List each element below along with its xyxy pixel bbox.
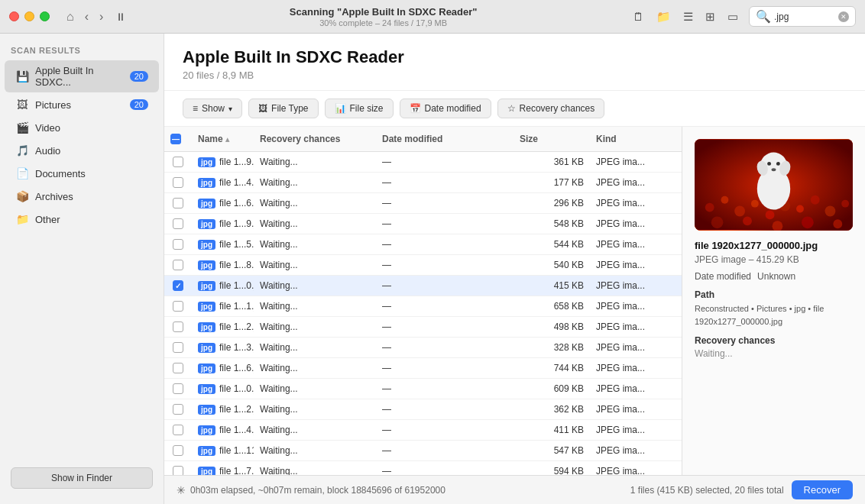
maximize-button[interactable] — [40, 11, 50, 21]
table-row[interactable]: jpg file 1...1.jpg Waiting... — 658 KB J… — [164, 296, 682, 317]
table-row[interactable]: jpg file 1...9.jpg Waiting... — 548 KB J… — [164, 214, 682, 234]
table-row[interactable]: jpg file 1...6.jpg Waiting... — 296 KB J… — [164, 193, 682, 214]
sidebar-item-documents[interactable]: 📄 Documents — [5, 163, 159, 184]
th-name[interactable]: Name ▴ — [192, 131, 254, 147]
table-row[interactable]: jpg file 1...8.jpg Waiting... — 540 KB J… — [164, 255, 682, 276]
th-date[interactable]: Date modified — [376, 131, 513, 147]
date-modified-filter-button[interactable]: 📅 Date modified — [400, 99, 491, 118]
check-icon: ✓ — [175, 282, 181, 290]
panel-btn[interactable]: ▭ — [723, 7, 743, 27]
svg-point-1 — [705, 203, 714, 212]
recovery-chances-filter-button[interactable]: ☆ Recovery chances — [497, 99, 605, 118]
search-clear-button[interactable]: ✕ — [838, 11, 849, 22]
row-checkbox[interactable] — [173, 321, 183, 332]
row-checkbox[interactable] — [173, 404, 183, 415]
row-size: 744 KB — [513, 358, 590, 378]
split-pane: — Name ▴ Recovery chances Date modified — [164, 127, 865, 475]
row-checkbox[interactable] — [173, 383, 183, 394]
table-row[interactable]: jpg file 1...4.jpg Waiting... — 411 KB J… — [164, 420, 682, 441]
sidebar-item-label: Archives — [35, 191, 148, 202]
row-filename: file 1...2.jpg — [219, 404, 254, 415]
select-all-checkbox[interactable]: — — [170, 134, 181, 144]
sidebar-item-apple-sdxc[interactable]: 💾 Apple Built In SDXC... 20 — [5, 60, 159, 92]
row-checkbox[interactable] — [173, 218, 183, 229]
row-checkbox[interactable] — [173, 466, 183, 475]
row-checkbox[interactable] — [173, 425, 183, 435]
svg-point-21 — [776, 162, 780, 166]
row-checkbox[interactable] — [173, 157, 183, 167]
list-view-btn[interactable]: ☰ — [679, 7, 698, 27]
th-recovery-label: Recovery chances — [260, 134, 340, 144]
row-checkbox[interactable] — [173, 198, 183, 208]
file-icon-btn[interactable]: 🗒 — [628, 7, 649, 26]
row-checkbox[interactable] — [173, 301, 183, 312]
row-filename: file 1...11.jpg — [219, 445, 254, 456]
grid-view-btn[interactable]: ⊞ — [701, 7, 720, 27]
show-filter-button[interactable]: ≡ Show ▾ — [183, 99, 242, 118]
folder-icon-btn[interactable]: 📁 — [652, 7, 675, 27]
status-elapsed: 0h03m elapsed, ~0h07m remain, block 1884… — [190, 485, 445, 496]
content-subtitle: 20 files / 8,9 MB — [183, 69, 847, 81]
svg-point-15 — [833, 219, 842, 228]
scan-subtitle: 30% complete – 24 files / 17,9 MB — [138, 18, 628, 27]
sidebar-item-video[interactable]: 🎬 Video — [5, 117, 159, 138]
th-name-label: Name — [198, 134, 223, 144]
row-checkbox-cell — [164, 234, 192, 254]
row-date: — — [376, 317, 513, 337]
row-recovery: Waiting... — [254, 441, 376, 460]
th-size[interactable]: Size — [513, 131, 590, 147]
row-kind: JPEG ima... — [590, 152, 682, 172]
table-row[interactable]: jpg file 1...6.jpg Waiting... — 744 KB J… — [164, 358, 682, 379]
row-filename: file 1...5.jpg — [219, 239, 254, 250]
table-row[interactable]: jpg file 1...9.jpg Waiting... — 361 KB J… — [164, 152, 682, 173]
row-checkbox[interactable] — [173, 177, 183, 188]
table-row[interactable]: jpg file 1...4.jpg Waiting... — 177 KB J… — [164, 173, 682, 193]
sidebar-item-label: Audio — [35, 145, 148, 157]
forward-button[interactable]: › — [95, 7, 108, 27]
row-date: — — [376, 255, 513, 275]
table-row[interactable]: jpg file 1...2.jpg Waiting... — 362 KB J… — [164, 399, 682, 420]
row-checkbox[interactable] — [173, 445, 183, 456]
row-checkbox-cell — [164, 399, 192, 419]
table-row[interactable]: jpg file 1...11.jpg Waiting... — 547 KB … — [164, 441, 682, 461]
spinner-icon: ✳ — [177, 484, 186, 496]
status-right: 1 files (415 KB) selected, 20 files tota… — [630, 480, 853, 499]
file-ext-badge: jpg — [198, 467, 215, 476]
recover-button[interactable]: Recover — [792, 480, 853, 499]
row-size: 362 KB — [513, 399, 590, 419]
row-checkbox[interactable] — [173, 363, 183, 373]
show-in-finder-button[interactable]: Show in Finder — [11, 467, 153, 489]
row-recovery: Waiting... — [254, 296, 376, 316]
file-ext-badge: jpg — [198, 446, 215, 456]
th-kind[interactable]: Kind — [590, 131, 682, 147]
th-recovery[interactable]: Recovery chances — [254, 131, 376, 147]
table-row[interactable]: jpg file 1...2.jpg Waiting... — 498 KB J… — [164, 317, 682, 338]
sidebar-item-archives[interactable]: 📦 Archives — [5, 186, 159, 207]
row-name-cell: jpg file 1...7.jpg — [192, 461, 254, 475]
close-button[interactable] — [9, 11, 19, 21]
minimize-button[interactable] — [24, 11, 34, 21]
sidebar-item-pictures[interactable]: 🖼 Pictures 20 — [5, 94, 159, 115]
row-checkbox-cell — [164, 379, 192, 399]
row-checkbox[interactable]: ✓ — [173, 280, 183, 291]
file-size-filter-button[interactable]: 📊 File size — [325, 99, 394, 118]
home-button[interactable]: ⌂ — [62, 7, 79, 27]
status-bar: ✳ 0h03m elapsed, ~0h07m remain, block 18… — [164, 475, 865, 504]
sidebar-badge: 20 — [130, 71, 148, 82]
file-type-filter-button[interactable]: 🖼 File Type — [248, 99, 318, 118]
table-row[interactable]: jpg file 1...5.jpg Waiting... — 544 KB J… — [164, 234, 682, 255]
search-input[interactable] — [774, 11, 835, 22]
back-button[interactable]: ‹ — [80, 7, 93, 27]
table-row[interactable]: jpg file 1...7.jpg Waiting... — 594 KB J… — [164, 461, 682, 475]
row-checkbox[interactable] — [173, 239, 183, 250]
table-row[interactable]: jpg file 1...3.jpg Waiting... — 328 KB J… — [164, 338, 682, 358]
row-checkbox[interactable] — [173, 260, 183, 270]
row-checkbox[interactable] — [173, 342, 183, 353]
row-recovery: Waiting... — [254, 214, 376, 234]
sidebar-item-other[interactable]: 📁 Other — [5, 208, 159, 230]
row-checkbox-cell — [164, 255, 192, 275]
table-row[interactable]: jpg file 1...0.jpg Waiting... — 609 KB J… — [164, 379, 682, 399]
pause-button[interactable]: ⏸ — [109, 7, 132, 27]
table-row[interactable]: ✓ jpg file 1...0.jpg Waiting... — 415 KB… — [164, 276, 682, 296]
sidebar-item-audio[interactable]: 🎵 Audio — [5, 140, 159, 161]
